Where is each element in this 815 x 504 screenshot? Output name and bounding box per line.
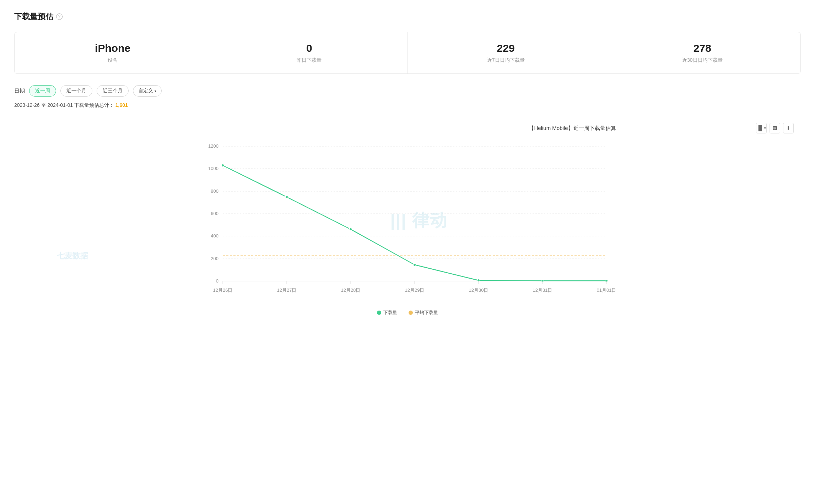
chart-svg-wrapper: ||| 律动 七麦数据 1200 bbox=[21, 139, 794, 304]
chart-header: 【Helium Mobile】近一周下载量估算 ▐▌ ≡ 🖼 ⬇ bbox=[21, 123, 794, 133]
legend-label-downloads: 下载量 bbox=[383, 309, 397, 316]
filter-row: 日期 近一周 近一个月 近三个月 自定义 ▾ bbox=[14, 85, 801, 97]
svg-text:12月27日: 12月27日 bbox=[277, 287, 297, 293]
page-title-row: 下载量预估 ? bbox=[14, 11, 801, 22]
chart-title: 【Helium Mobile】近一周下载量估算 bbox=[389, 125, 756, 132]
summary-value: 1,601 bbox=[115, 102, 128, 108]
svg-text:800: 800 bbox=[211, 188, 218, 194]
svg-text:1000: 1000 bbox=[208, 166, 218, 171]
svg-text:0: 0 bbox=[216, 278, 218, 284]
svg-text:12月26日: 12月26日 bbox=[213, 287, 233, 293]
filter-custom-label: 自定义 bbox=[138, 88, 153, 94]
line-chart: 1200 1000 800 600 400 200 0 bbox=[21, 139, 794, 302]
legend-dot-downloads bbox=[377, 311, 381, 315]
chart-container: 【Helium Mobile】近一周下载量估算 ▐▌ ≡ 🖼 ⬇ ||| 律动 … bbox=[14, 116, 801, 337]
filter-label: 日期 bbox=[14, 88, 25, 94]
filter-btn-month[interactable]: 近一个月 bbox=[60, 85, 92, 97]
stat-device-value: iPhone bbox=[22, 42, 204, 54]
svg-text:12月29日: 12月29日 bbox=[405, 287, 425, 293]
svg-text:1200: 1200 bbox=[208, 143, 218, 149]
svg-point-15 bbox=[221, 164, 224, 167]
legend-label-avg: 平均下载量 bbox=[415, 309, 438, 316]
list-icon: ≡ bbox=[764, 126, 766, 130]
svg-text:12月30日: 12月30日 bbox=[469, 287, 489, 293]
svg-point-17 bbox=[349, 228, 352, 231]
bar-icon: ▐▌ bbox=[757, 125, 764, 131]
svg-point-16 bbox=[285, 196, 288, 198]
stat-yesterday-label: 昨日下载量 bbox=[218, 57, 400, 64]
bar-chart-icon[interactable]: ▐▌ ≡ bbox=[756, 123, 767, 133]
stat-month-value: 278 bbox=[611, 42, 793, 54]
download-button[interactable]: ⬇ bbox=[783, 123, 794, 133]
stat-week-value: 229 bbox=[415, 42, 597, 54]
stat-device-label: 设备 bbox=[22, 57, 204, 64]
legend-dot-avg bbox=[409, 311, 413, 315]
stats-card: iPhone 设备 0 昨日下载量 229 近7日日均下载量 278 近30日日… bbox=[14, 32, 801, 74]
svg-text:600: 600 bbox=[211, 211, 218, 216]
stat-yesterday-value: 0 bbox=[218, 42, 400, 54]
svg-text:12月28日: 12月28日 bbox=[341, 287, 361, 293]
filter-btn-quarter[interactable]: 近三个月 bbox=[97, 85, 129, 97]
stat-yesterday: 0 昨日下载量 bbox=[211, 32, 408, 73]
svg-text:400: 400 bbox=[211, 233, 218, 239]
summary-text: 2023-12-26 至 2024-01-01 下载量预估总计： 1,601 bbox=[14, 102, 801, 109]
help-icon[interactable]: ? bbox=[56, 13, 63, 20]
chevron-down-icon: ▾ bbox=[155, 89, 156, 93]
stat-device: iPhone 设备 bbox=[15, 32, 211, 73]
svg-text:12月31日: 12月31日 bbox=[533, 287, 552, 293]
download-icon: ⬇ bbox=[786, 125, 790, 131]
image-icon: 🖼 bbox=[772, 125, 777, 131]
chart-actions: ▐▌ ≡ 🖼 ⬇ bbox=[756, 123, 794, 133]
stat-month-label: 近30日日均下载量 bbox=[611, 57, 793, 64]
svg-text:01月01日: 01月01日 bbox=[597, 287, 616, 293]
legend-avg: 平均下载量 bbox=[409, 309, 438, 316]
image-export-button[interactable]: 🖼 bbox=[770, 123, 780, 133]
stat-week-label: 近7日日均下载量 bbox=[415, 57, 597, 64]
svg-text:200: 200 bbox=[211, 256, 218, 261]
stat-week: 229 近7日日均下载量 bbox=[408, 32, 604, 73]
filter-btn-custom[interactable]: 自定义 ▾ bbox=[133, 85, 162, 97]
stat-month: 278 近30日日均下载量 bbox=[604, 32, 800, 73]
svg-point-18 bbox=[413, 263, 416, 266]
legend-downloads: 下载量 bbox=[377, 309, 397, 316]
page-title: 下载量预估 bbox=[14, 11, 53, 22]
chart-legend: 下载量 平均下载量 bbox=[21, 309, 794, 316]
summary-prefix: 2023-12-26 至 2024-01-01 下载量预估总计： bbox=[14, 102, 114, 108]
filter-btn-week[interactable]: 近一周 bbox=[29, 85, 56, 97]
